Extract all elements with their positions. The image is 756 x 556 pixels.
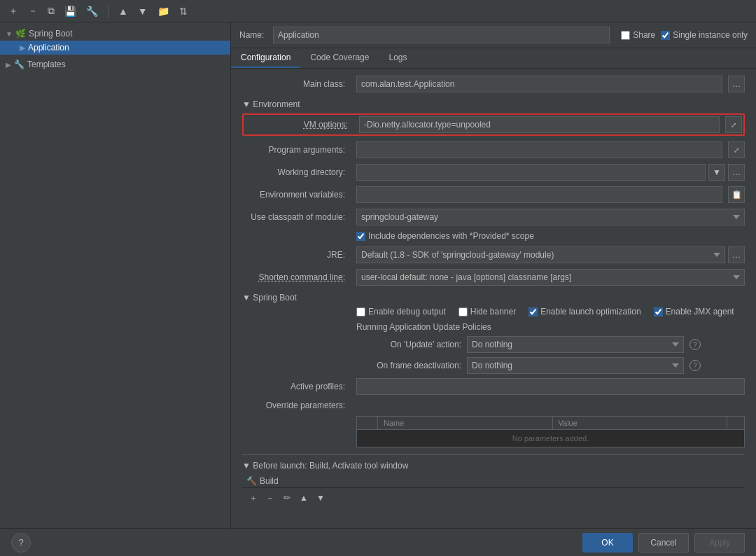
springboot-icon: 🌿 <box>15 29 26 39</box>
single-instance-checkbox-label[interactable]: Single instance only <box>661 30 748 40</box>
name-label: Name: <box>239 30 267 40</box>
before-launch-remove-button[interactable]: － <box>263 491 277 505</box>
on-frame-help-icon[interactable]: ? <box>690 360 701 371</box>
on-update-select[interactable]: Do nothing <box>467 336 684 353</box>
save-icon[interactable]: 💾 <box>62 4 79 18</box>
shorten-cmd-select[interactable]: user-local default: none - java [options… <box>356 269 745 286</box>
include-deps-checkbox[interactable] <box>356 232 365 241</box>
app-icon: ▶ <box>20 43 25 53</box>
jre-select[interactable]: Default (1.8 - SDK of 'springcloud-gatew… <box>356 246 725 263</box>
springboot-checks: Enable debug output Hide banner Enable l… <box>242 307 745 317</box>
jre-wrapper: Default (1.8 - SDK of 'springcloud-gatew… <box>356 246 745 263</box>
enable-launch-opt-checkbox[interactable] <box>528 307 538 317</box>
env-vars-input[interactable] <box>356 186 722 203</box>
before-launch-add-button[interactable]: ＋ <box>246 491 260 505</box>
before-launch-item: 🔨 Build <box>242 475 745 487</box>
folder-icon[interactable]: 📁 <box>155 4 172 18</box>
program-args-expand-button[interactable]: ⤢ <box>728 141 745 158</box>
enable-debug-label[interactable]: Enable debug output <box>356 307 446 317</box>
env-vars-label: Environment variables: <box>242 190 351 200</box>
down-icon[interactable]: ▼ <box>135 4 150 18</box>
override-params: Override parameters: Name Value No param… <box>242 401 745 447</box>
enable-debug-checkbox[interactable] <box>356 307 365 317</box>
main-class-browse-button[interactable]: … <box>728 76 745 92</box>
environment-section-header[interactable]: ▼ Environment <box>242 99 745 109</box>
jre-row: JRE: Default (1.8 - SDK of 'springcloud-… <box>242 246 745 263</box>
params-col-expand <box>727 417 744 429</box>
env-vars-row: Environment variables: 📋 <box>242 186 745 203</box>
enable-launch-opt-label[interactable]: Enable launch optimization <box>528 307 640 317</box>
apply-button[interactable]: Apply <box>694 533 745 552</box>
sidebar-group-springboot-label: Spring Boot <box>29 29 73 39</box>
sidebar-item-application[interactable]: ▶ Application <box>0 41 230 55</box>
right-panel: Name: Share Single instance only Confi <box>231 22 756 528</box>
vm-options-row: VM options: ⤢ <box>242 113 745 136</box>
classpath-select[interactable]: springcloud-gateway <box>356 209 745 225</box>
include-deps-label[interactable]: Include dependencies with *Provided* sco… <box>356 231 534 241</box>
active-profiles-input[interactable] <box>356 378 745 395</box>
name-input[interactable] <box>273 27 610 43</box>
vm-options-expand-button[interactable]: ⤢ <box>725 116 742 133</box>
params-table: Name Value No parameters added. <box>356 416 745 447</box>
vm-options-input[interactable] <box>359 116 720 133</box>
before-launch-down-button[interactable]: ▼ <box>314 491 328 505</box>
working-dir-input[interactable] <box>356 164 706 181</box>
tab-code-coverage[interactable]: Code Coverage <box>300 48 379 68</box>
single-instance-checkbox[interactable] <box>661 31 670 40</box>
enable-jmx-label[interactable]: Enable JMX agent <box>654 307 734 317</box>
ok-button[interactable]: OK <box>582 533 633 552</box>
before-launch-up-button[interactable]: ▲ <box>297 491 311 505</box>
dialog-footer: ? OK Cancel Apply <box>0 528 756 556</box>
main-content: ▼ 🌿 Spring Boot ▶ Application ▶ 🔧 Templa… <box>0 22 756 528</box>
params-table-wrapper: Name Value No parameters added. <box>356 416 745 447</box>
main-class-input[interactable] <box>356 76 722 92</box>
env-vars-browse-button[interactable]: 📋 <box>728 186 745 203</box>
add-icon[interactable]: ＋ <box>6 4 21 19</box>
on-frame-select[interactable]: Do nothing <box>467 357 684 374</box>
sidebar-group-templates-header[interactable]: ▶ 🔧 Templates <box>0 57 230 71</box>
share-checkbox-label[interactable]: Share <box>621 30 655 40</box>
remove-icon[interactable]: － <box>25 4 41 19</box>
up-icon[interactable]: ▲ <box>115 4 131 18</box>
before-launch-edit-button[interactable]: ✏ <box>280 491 294 505</box>
params-empty-text: No parameters added. <box>357 430 744 447</box>
active-profiles-row: Active profiles: <box>242 378 745 395</box>
cancel-button[interactable]: Cancel <box>638 533 689 552</box>
program-args-input[interactable] <box>356 141 722 158</box>
jre-browse-button[interactable]: … <box>728 246 745 263</box>
on-update-label: On 'Update' action: <box>356 340 461 349</box>
override-params-label: Override parameters: <box>242 401 351 410</box>
on-update-help-icon[interactable]: ? <box>690 339 701 350</box>
params-col-value: Value <box>553 417 728 429</box>
sidebar-item-application-label: Application <box>28 43 69 53</box>
toolbar: ＋ － ⧉ 💾 🔧 ▲ ▼ 📁 ⇅ <box>0 0 756 22</box>
top-right-controls: Share Single instance only <box>621 30 748 40</box>
run-config-dialog: ＋ － ⧉ 💾 🔧 ▲ ▼ 📁 ⇅ ▼ 🌿 Spring Boot ▶ Appl… <box>0 0 756 556</box>
on-frame-row: On frame deactivation: Do nothing ? <box>356 357 745 374</box>
vm-options-label: VM options: <box>245 120 354 130</box>
params-col-checkbox <box>357 417 378 429</box>
before-launch-toolbar: ＋ － ✏ ▲ ▼ <box>242 487 745 508</box>
shorten-cmd-wrapper: user-local default: none - java [options… <box>356 269 745 286</box>
copy-icon[interactable]: ⧉ <box>45 4 57 18</box>
enable-jmx-checkbox[interactable] <box>654 307 663 317</box>
tab-configuration[interactable]: Configuration <box>231 48 300 68</box>
running-policies: Running Application Update Policies On '… <box>242 322 745 374</box>
springboot-section-header[interactable]: ▼ Spring Boot <box>242 293 745 303</box>
hide-banner-label[interactable]: Hide banner <box>458 307 516 317</box>
config-panel: Main class: … ▼ Environment VM options: … <box>231 69 756 528</box>
share-checkbox[interactable] <box>621 31 630 40</box>
name-bar: Name: Share Single instance only <box>231 22 756 48</box>
sort-icon[interactable]: ⇅ <box>176 4 190 18</box>
sidebar-group-templates-label: Templates <box>27 60 66 69</box>
hide-banner-checkbox[interactable] <box>458 307 468 317</box>
override-params-label-row: Override parameters: <box>242 401 745 410</box>
before-launch-header[interactable]: ▼ Before launch: Build, Activate tool wi… <box>242 461 745 471</box>
sidebar-group-springboot-header[interactable]: ▼ 🌿 Spring Boot <box>0 27 230 41</box>
help-button[interactable]: ? <box>11 533 31 552</box>
include-deps-row: Include dependencies with *Provided* sco… <box>242 231 745 241</box>
working-dir-dropdown-button[interactable]: ▼ <box>708 164 725 181</box>
settings-icon[interactable]: 🔧 <box>83 4 101 18</box>
working-dir-browse-button[interactable]: … <box>728 164 745 181</box>
tab-logs[interactable]: Logs <box>379 48 416 68</box>
